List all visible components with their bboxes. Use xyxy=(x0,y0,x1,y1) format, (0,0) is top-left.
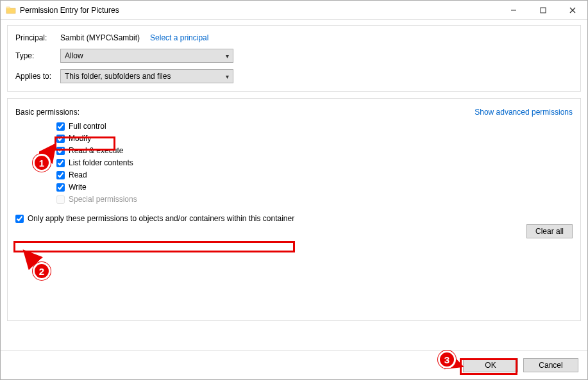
maximize-button[interactable] xyxy=(528,1,558,20)
permission-label: List folder contents xyxy=(69,158,133,167)
type-row: Type: Allow ▾ xyxy=(15,49,573,63)
permission-label: Modify xyxy=(69,134,91,143)
principal-row: Principal: Sambit (MYPC\Sambit) Select a… xyxy=(15,33,573,42)
permission-label: Write xyxy=(69,183,87,192)
permission-checkbox[interactable] xyxy=(56,122,65,131)
permission-item: Full control xyxy=(56,122,573,131)
permissions-list: Full controlModifyRead & executeList fol… xyxy=(56,122,573,204)
permissions-heading: Basic permissions: xyxy=(15,108,80,117)
advanced-permissions-link[interactable]: Show advanced permissions xyxy=(475,108,573,117)
permission-checkbox[interactable] xyxy=(56,147,65,155)
only-apply-label: Only apply these permissions to objects … xyxy=(28,214,294,223)
folder-icon xyxy=(6,5,16,15)
permission-item: Modify xyxy=(56,134,573,143)
type-label: Type: xyxy=(15,51,60,60)
permission-label: Special permissions xyxy=(69,195,137,204)
applies-combobox[interactable]: This folder, subfolders and files ▾ xyxy=(60,69,233,83)
permission-label: Read xyxy=(69,170,87,179)
principal-label: Principal: xyxy=(15,33,60,42)
select-principal-link[interactable]: Select a principal xyxy=(150,33,208,42)
permission-item: Read & execute xyxy=(56,146,573,155)
dialog-body: Principal: Sambit (MYPC\Sambit) Select a… xyxy=(1,20,587,321)
permissions-group: Basic permissions: Show advanced permiss… xyxy=(7,98,581,321)
minimize-button[interactable] xyxy=(499,1,528,20)
chevron-down-icon: ▾ xyxy=(226,53,229,60)
permission-checkbox[interactable] xyxy=(56,171,65,179)
applies-value: This folder, subfolders and files xyxy=(65,72,171,81)
type-combobox[interactable]: Allow ▾ xyxy=(60,49,233,63)
applies-row: Applies to: This folder, subfolders and … xyxy=(15,69,573,83)
only-apply-checkbox[interactable] xyxy=(15,215,24,223)
svg-rect-1 xyxy=(541,8,546,13)
permission-checkbox xyxy=(56,195,65,204)
titlebar: Permission Entry for Pictures xyxy=(1,1,587,20)
clear-all-button[interactable]: Clear all xyxy=(526,224,573,238)
permission-item: Write xyxy=(56,183,573,192)
permission-item: Read xyxy=(56,170,573,179)
only-apply-row: Only apply these permissions to objects … xyxy=(15,214,573,223)
principal-value: Sambit (MYPC\Sambit) xyxy=(60,33,140,42)
window-title: Permission Entry for Pictures xyxy=(20,6,499,15)
permission-checkbox[interactable] xyxy=(56,159,65,167)
close-button[interactable] xyxy=(558,1,587,20)
type-value: Allow xyxy=(65,51,83,60)
cancel-button[interactable]: Cancel xyxy=(523,358,578,372)
permission-label: Full control xyxy=(69,122,106,131)
permission-checkbox[interactable] xyxy=(56,135,65,143)
permission-item: List folder contents xyxy=(56,158,573,167)
principal-group: Principal: Sambit (MYPC\Sambit) Select a… xyxy=(7,25,581,92)
ok-button[interactable]: OK xyxy=(463,358,518,372)
window-permission-entry: Permission Entry for Pictures Principal:… xyxy=(0,0,588,380)
chevron-down-icon: ▾ xyxy=(226,73,229,80)
bottom-button-bar: OK Cancel xyxy=(1,350,587,379)
applies-label: Applies to: xyxy=(15,72,60,81)
permission-item: Special permissions xyxy=(56,195,573,204)
permission-label: Read & execute xyxy=(69,146,123,155)
permissions-header: Basic permissions: Show advanced permiss… xyxy=(15,108,573,117)
permission-checkbox[interactable] xyxy=(56,183,65,192)
